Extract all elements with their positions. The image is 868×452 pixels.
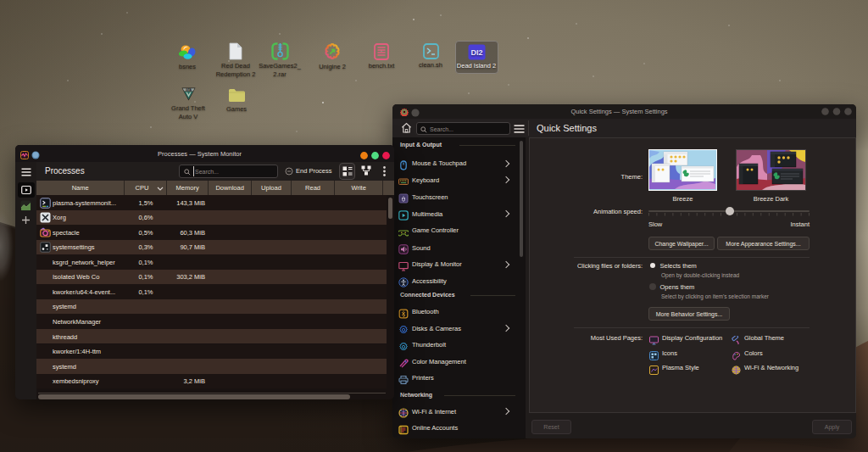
svg-text:DI2: DI2 xyxy=(470,48,482,57)
svg-text:GTA: GTA xyxy=(186,88,192,92)
